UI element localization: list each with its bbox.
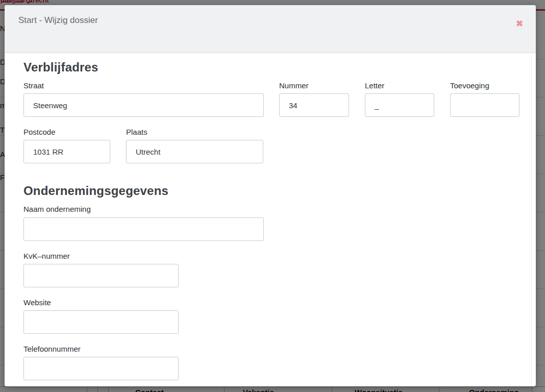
- kvk-nummer-input[interactable]: [23, 264, 179, 287]
- screen: gemeente Utrecht N D D m T A F Contact V…: [0, 0, 545, 392]
- close-icon: ✖: [516, 19, 523, 29]
- section-heading-verblijfadres: Verblijfadres: [23, 60, 98, 75]
- website-input[interactable]: [23, 310, 179, 334]
- dialog-title: Start - Wijzig dossier: [18, 15, 98, 26]
- section-heading-ondernemingsgegevens: Ondernemingsgegevens: [23, 184, 168, 198]
- nummer-input[interactable]: [279, 93, 349, 117]
- naam-onderneming-input[interactable]: [23, 217, 264, 241]
- plaats-input[interactable]: [126, 140, 263, 163]
- straat-label: Straat: [23, 81, 44, 90]
- dialog-header: Start - Wijzig dossier ✖: [5, 5, 536, 53]
- scrollbar-track[interactable]: [531, 54, 532, 386]
- kvk-nummer-label: KvK–nummer: [23, 252, 70, 260]
- naam-onderneming-label: Naam onderneming: [23, 205, 91, 213]
- plaats-label: Plaats: [126, 128, 147, 136]
- telefoonnummer-label: Telefoonnummer: [23, 345, 81, 353]
- postcode-input[interactable]: [23, 140, 110, 163]
- wijzig-dossier-dialog: Start - Wijzig dossier ✖ Verblijfadres S…: [5, 5, 536, 386]
- toevoeging-input[interactable]: [450, 93, 519, 117]
- letter-input[interactable]: [365, 93, 434, 117]
- straat-input[interactable]: [23, 93, 264, 117]
- postcode-label: Postcode: [23, 128, 56, 136]
- website-label: Website: [23, 298, 51, 307]
- letter-label: Letter: [365, 81, 384, 90]
- close-button[interactable]: ✖: [513, 17, 526, 31]
- telefoonnummer-input[interactable]: [23, 357, 179, 380]
- nummer-label: Nummer: [279, 81, 309, 90]
- toevoeging-label: Toevoeging: [450, 81, 489, 90]
